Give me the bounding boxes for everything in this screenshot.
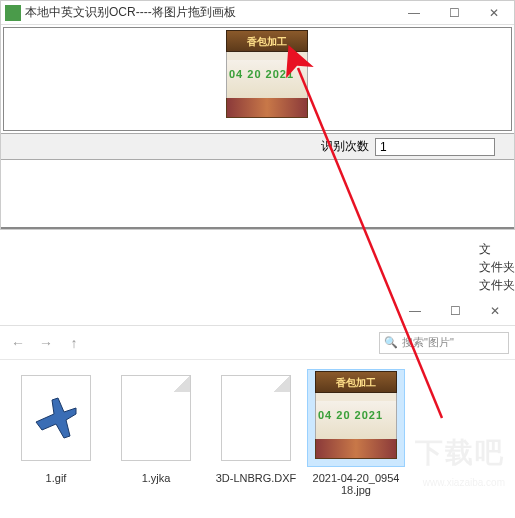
search-placeholder: 搜索"图片" — [402, 335, 454, 350]
file-name: 1.yjka — [106, 472, 206, 484]
search-icon: 🔍 — [384, 336, 398, 349]
thumb-date-text: 04 20 2021 — [318, 409, 383, 421]
blank-file-icon — [221, 375, 291, 461]
explorer-titlebar: — ☐ ✕ — [0, 296, 515, 326]
thumb-menu-bar — [315, 393, 397, 401]
counter-input[interactable] — [375, 138, 495, 156]
file-item-gif[interactable]: 1.gif — [6, 370, 106, 496]
file-name: 3D-LNBRG.DXF — [206, 472, 306, 484]
watermark-text: 下载吧 — [415, 434, 505, 472]
side-label-3: 文件夹 — [479, 276, 515, 294]
explorer-maximize-button[interactable]: ☐ — [435, 299, 475, 323]
minimize-button[interactable]: — — [394, 1, 434, 25]
thumb-body: 04 20 2021 — [226, 60, 308, 98]
ocr-window: 本地中英文识别OCR----将图片拖到画板 — ☐ ✕ 香包加工 04 20 2… — [0, 0, 515, 230]
window-controls: — ☐ ✕ — [394, 1, 514, 25]
file-name: 2021-04-20_095418.jpg — [306, 472, 406, 496]
explorer-minimize-button[interactable]: — — [395, 299, 435, 323]
nav-up-button[interactable]: ↑ — [62, 331, 86, 355]
close-button[interactable]: ✕ — [474, 1, 514, 25]
thumb-date-text: 04 20 2021 — [229, 68, 294, 80]
file-item-dxf[interactable]: 3D-LNBRG.DXF — [206, 370, 306, 496]
side-folder-labels: 文 文件夹 文件夹 — [479, 240, 515, 294]
ocr-counter-row: 识别次数 — [1, 133, 514, 159]
nav-forward-button[interactable]: → — [34, 331, 58, 355]
thumb-body: 04 20 2021 — [315, 401, 397, 439]
airplane-icon — [32, 394, 80, 442]
blank-file-icon — [121, 375, 191, 461]
counter-label: 识别次数 — [321, 138, 369, 155]
thumb-menu-bar — [226, 52, 308, 60]
dropped-image-thumbnail: 香包加工 04 20 2021 — [226, 30, 308, 118]
thumb-artwork — [226, 98, 308, 118]
explorer-toolbar: ← → ↑ 🔍 搜索"图片" — [0, 326, 515, 360]
thumb-artwork — [315, 439, 397, 459]
side-label-1: 文 — [479, 240, 515, 258]
side-label-2: 文件夹 — [479, 258, 515, 276]
file-item-jpg[interactable]: 香包加工 04 20 2021 2021-04-20_095418.jpg — [306, 370, 406, 496]
gif-thumbnail — [21, 375, 91, 461]
ocr-output-area[interactable] — [1, 159, 514, 229]
thumb-header-text: 香包加工 — [226, 30, 308, 52]
file-name: 1.gif — [6, 472, 106, 484]
watermark-url: www.xiazaiba.com — [423, 477, 505, 488]
selected-file-highlight: 香包加工 04 20 2021 — [308, 370, 404, 466]
jpg-thumbnail: 香包加工 04 20 2021 — [315, 371, 397, 465]
ocr-titlebar: 本地中英文识别OCR----将图片拖到画板 — ☐ ✕ — [1, 1, 514, 25]
thumb-header-text: 香包加工 — [315, 371, 397, 393]
app-icon — [5, 5, 21, 21]
explorer-close-button[interactable]: ✕ — [475, 299, 515, 323]
nav-back-button[interactable]: ← — [6, 331, 30, 355]
maximize-button[interactable]: ☐ — [434, 1, 474, 25]
file-item-yjka[interactable]: 1.yjka — [106, 370, 206, 496]
explorer-search-input[interactable]: 🔍 搜索"图片" — [379, 332, 509, 354]
ocr-window-title: 本地中英文识别OCR----将图片拖到画板 — [25, 4, 394, 21]
explorer-window-controls: — ☐ ✕ — [395, 299, 515, 323]
ocr-drop-canvas[interactable]: 香包加工 04 20 2021 — [3, 27, 512, 131]
